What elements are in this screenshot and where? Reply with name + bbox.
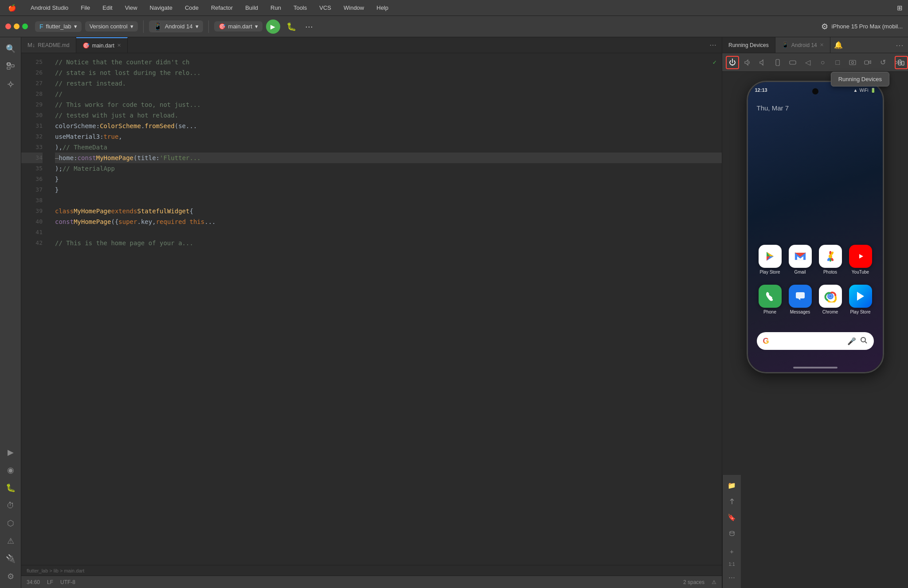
- dart-icon: 🎯: [82, 42, 90, 49]
- tab-readme-label: README.md: [38, 42, 69, 48]
- code-line-39: class MyHomePage extends StatefulWidget …: [55, 206, 722, 216]
- bell-icon[interactable]: 🔔: [830, 41, 846, 49]
- left-sidebar: 🔍 ▶ ◉ 🐛 ⏱ ⬡ ⚠ 🔌 ⚙: [0, 37, 21, 588]
- sidebar-icon-debug[interactable]: 🐛: [3, 480, 19, 496]
- minimize-window-button[interactable]: [14, 24, 20, 29]
- home-hw-button[interactable]: ○: [816, 56, 830, 69]
- run-menu[interactable]: Run: [268, 4, 284, 12]
- running-devices-tooltip: Running Devices: [831, 72, 889, 86]
- volume-down-button[interactable]: [756, 56, 769, 69]
- phone-app-label: Phone: [763, 310, 776, 314]
- running-devices-icon-button[interactable]: [895, 56, 908, 69]
- toolbar-separator-1: [143, 20, 144, 33]
- sidebar-icon-terminal[interactable]: ▶: [3, 444, 19, 460]
- youtube-label: YouTube: [852, 270, 869, 274]
- rotate-landscape-button[interactable]: [786, 56, 799, 69]
- sidebar-icon-search[interactable]: 🔍: [3, 41, 19, 57]
- rsidebar-folder-icon[interactable]: 📁: [725, 478, 739, 493]
- tab-close-button[interactable]: ✕: [117, 43, 121, 48]
- view-menu[interactable]: View: [122, 4, 140, 12]
- panel-tabs: Running Devices 📱 Android 14 ✕ 🔔 ⋯: [722, 37, 908, 53]
- messages-icon-item: Messages: [789, 285, 812, 314]
- tab-main-dart[interactable]: 🎯 main.dart ✕: [76, 37, 128, 53]
- sidebar-icon-structure[interactable]: [3, 59, 19, 74]
- encoding: UTF-8: [60, 579, 75, 585]
- rotate-portrait-button[interactable]: [771, 56, 784, 69]
- code-line-38: [55, 195, 722, 206]
- build-menu[interactable]: Build: [243, 4, 261, 12]
- maximize-window-button[interactable]: [22, 24, 28, 29]
- sidebar-icon-git[interactable]: [3, 76, 19, 92]
- svg-rect-6: [849, 60, 856, 65]
- toolbar-right: ⚙ iPhone 15 Pro Max (mobil...: [821, 22, 903, 31]
- help-menu[interactable]: Help: [374, 4, 391, 12]
- running-devices-panel: Running Devices 📱 Android 14 ✕ 🔔 ⋯ ⏻: [722, 37, 908, 588]
- indent-label: 2 spaces: [683, 579, 704, 585]
- back-button[interactable]: ◁: [801, 56, 814, 69]
- sidebar-icon-plugins[interactable]: 🔌: [3, 551, 19, 567]
- messages-label: Messages: [790, 310, 810, 314]
- rotate-ccw-button[interactable]: ↺: [876, 56, 889, 69]
- device-screen-area: 12:13 ▲WiFi🔋 Thu, Mar 7: [722, 72, 908, 475]
- project-selector[interactable]: F flutter_lab ▾: [35, 21, 82, 32]
- tab-more-options[interactable]: ⋯: [704, 41, 722, 49]
- android-studio-menu[interactable]: Android Studio: [28, 4, 71, 12]
- file-selector[interactable]: 🎯 main.dart ▾: [214, 21, 262, 31]
- svg-point-7: [852, 61, 854, 63]
- recents-button[interactable]: □: [831, 56, 844, 69]
- rsidebar-git-icon[interactable]: [725, 494, 739, 509]
- close-window-button[interactable]: [5, 24, 11, 29]
- sidebar-icon-issues[interactable]: ⚠: [3, 533, 19, 549]
- more-run-options-button[interactable]: ⋯: [302, 20, 316, 33]
- traffic-lights: [5, 24, 28, 29]
- file-menu[interactable]: File: [78, 4, 93, 12]
- vcs-menu[interactable]: VCS: [317, 4, 334, 12]
- rsidebar-bookmark-icon[interactable]: 🔖: [725, 510, 739, 525]
- vcs-selector[interactable]: Version control ▾: [85, 21, 138, 31]
- window-menu[interactable]: Window: [341, 4, 367, 12]
- edit-menu[interactable]: Edit: [100, 4, 115, 12]
- rsidebar-plus-icon[interactable]: +: [725, 544, 739, 558]
- sidebar-icon-profiler[interactable]: ⏱: [3, 498, 19, 514]
- settings-icon[interactable]: ⚙: [821, 22, 828, 31]
- svg-marker-24: [798, 298, 800, 300]
- navigate-menu[interactable]: Navigate: [147, 4, 175, 12]
- svg-point-3: [9, 83, 12, 86]
- panel-tab-android14[interactable]: 📱 Android 14 ✕: [775, 37, 830, 53]
- refactor-menu[interactable]: Refactor: [208, 4, 235, 12]
- sidebar-icon-settings2[interactable]: ⚙: [3, 568, 19, 584]
- code-menu[interactable]: Code: [182, 4, 201, 12]
- screenshot-button[interactable]: [846, 56, 859, 69]
- phone-home-indicator: [793, 367, 838, 368]
- play-store-2-label: Play Store: [850, 310, 870, 314]
- code-editor[interactable]: 25 26 27 28 29 30 31 32 33 34 35 36 37 3…: [21, 53, 722, 565]
- apple-menu[interactable]: 🍎: [5, 3, 19, 13]
- debug-button[interactable]: 🐛: [284, 20, 299, 33]
- file-dropdown-icon: ▾: [255, 23, 258, 30]
- run-button[interactable]: ▶: [266, 20, 280, 34]
- rsidebar-more-icon[interactable]: ⋯: [725, 570, 739, 584]
- control-center-icon[interactable]: ⊞: [897, 4, 903, 12]
- phone-app-icon: [759, 285, 782, 308]
- volume-up-button[interactable]: [741, 56, 754, 69]
- rsidebar-database-icon[interactable]: [725, 526, 739, 541]
- sidebar-icon-database[interactable]: ⬡: [3, 515, 19, 531]
- code-line-27: // restart instead.: [55, 78, 722, 89]
- device-label: iPhone 15 Pro Max (mobil...: [832, 23, 903, 30]
- running-devices-tab-label: Running Devices: [728, 42, 769, 48]
- gmail-icon: [789, 245, 812, 268]
- tab-readme[interactable]: M↓ README.md: [21, 37, 76, 53]
- android-selector[interactable]: 📱 Android 14 ▾: [149, 20, 203, 32]
- panel-tab-running-devices[interactable]: Running Devices: [722, 37, 775, 53]
- readme-icon: M↓: [27, 42, 35, 48]
- panel-more-options[interactable]: ⋯: [891, 40, 908, 50]
- sidebar-icon-run[interactable]: ◉: [3, 462, 19, 478]
- power-button[interactable]: ⏻: [726, 56, 739, 69]
- tools-menu[interactable]: Tools: [291, 4, 309, 12]
- android14-tab-close[interactable]: ✕: [820, 42, 824, 48]
- svg-rect-4: [776, 59, 779, 66]
- svg-rect-2: [11, 65, 14, 67]
- record-button[interactable]: [861, 56, 874, 69]
- toolbar: F flutter_lab ▾ Version control ▾ 📱 Andr…: [0, 16, 908, 37]
- gmail-icon-item: Gmail: [789, 245, 812, 274]
